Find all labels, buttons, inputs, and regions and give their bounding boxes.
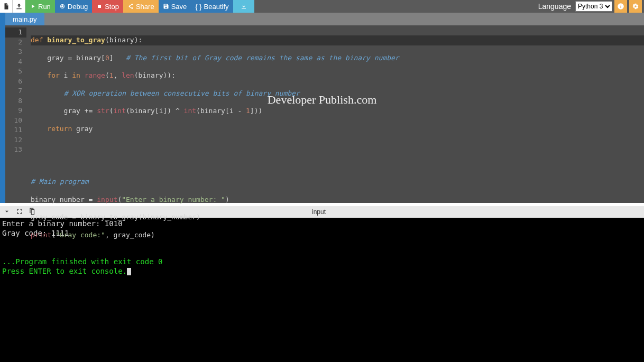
line-number: 10: [5, 116, 26, 126]
code-area[interactable]: def binary_to_gray(binary): gray = binar…: [26, 25, 644, 203]
save-button[interactable]: Save: [159, 0, 191, 13]
info-button[interactable]: [614, 0, 627, 13]
save-label: Save: [171, 3, 187, 11]
upload-icon: [15, 3, 23, 10]
target-icon: [59, 3, 66, 10]
code-line: # XOR operation between consecutive bits…: [31, 89, 644, 99]
code-line: [31, 248, 644, 258]
debug-label: Debug: [68, 3, 88, 11]
line-number: 5: [5, 67, 26, 77]
info-icon: [617, 3, 624, 10]
gear-icon: [632, 3, 639, 10]
line-number: 4: [5, 57, 26, 67]
line-number: 2: [5, 38, 26, 48]
run-label: Run: [38, 3, 51, 11]
code-line: [31, 142, 644, 152]
stop-label: Stop: [105, 3, 119, 11]
file-icon-group: [0, 0, 25, 13]
toolbar-right: Language Python 3: [538, 0, 644, 13]
code-line: gray += str(int(binary[i]) ^ int(binary[…: [31, 106, 644, 116]
code-line: def binary_to_gray(binary):: [31, 35, 644, 45]
new-file-button[interactable]: [0, 0, 13, 13]
share-label: Share: [136, 3, 154, 11]
braces-icon: { }: [195, 3, 201, 11]
language-select[interactable]: Python 3: [575, 1, 612, 12]
share-button[interactable]: Share: [123, 0, 159, 13]
line-number: 12: [5, 135, 26, 145]
language-label: Language: [538, 2, 571, 11]
line-number: 3: [5, 47, 26, 57]
run-button[interactable]: Run: [25, 0, 55, 13]
code-line: gray = binary[0] # The first bit of Gray…: [31, 53, 644, 63]
line-number: 11: [5, 125, 26, 135]
code-line: return gray: [31, 124, 644, 134]
line-number: 8: [5, 96, 26, 106]
code-line: print("Gray code:", gray_code): [31, 230, 644, 240]
beautify-button[interactable]: { } Beautify: [191, 0, 233, 13]
tab-bar: main.py: [0, 13, 644, 25]
tab-label: main.py: [13, 15, 37, 23]
code-line: for i in range(1, len(binary)):: [31, 71, 644, 81]
play-icon: [30, 3, 36, 10]
share-icon: [127, 3, 134, 10]
line-number: 7: [5, 86, 26, 96]
expand-icon[interactable]: [16, 208, 23, 217]
editor-left-strip: [0, 25, 5, 203]
toolbar: Run Debug Stop Share Save { } Beautify L…: [0, 0, 644, 13]
stop-icon: [96, 3, 103, 10]
debug-button[interactable]: Debug: [55, 0, 92, 13]
toolbar-left: Run Debug Stop Share Save { } Beautify: [0, 0, 254, 13]
code-editor[interactable]: 1 2 3 4 5 6 7 8 9 10 11 12 13 def binary…: [0, 25, 644, 203]
line-number: 13: [5, 145, 26, 155]
code-line: binary_number = input("Enter a binary nu…: [31, 195, 644, 205]
settings-button[interactable]: [629, 0, 642, 13]
line-number: 9: [5, 106, 26, 116]
tab-main[interactable]: main.py: [5, 13, 44, 25]
file-icon: [3, 3, 10, 10]
beautify-label: Beautify: [204, 3, 229, 11]
open-file-button[interactable]: [13, 0, 25, 13]
line-number: 6: [5, 77, 26, 87]
code-line: # Main program: [31, 177, 644, 187]
code-line: [31, 160, 644, 170]
chevron-down-icon[interactable]: [3, 208, 11, 217]
left-strip: [0, 13, 5, 25]
line-gutter: 1 2 3 4 5 6 7 8 9 10 11 12 13: [5, 25, 26, 203]
save-icon: [163, 3, 169, 10]
line-number: 1: [5, 27, 26, 38]
svg-rect-0: [98, 5, 101, 8]
download-icon: [241, 3, 247, 10]
code-line: gray_code = binary_to_gray(binary_number…: [31, 212, 644, 222]
stop-button[interactable]: Stop: [92, 0, 123, 13]
download-button[interactable]: [233, 0, 254, 13]
